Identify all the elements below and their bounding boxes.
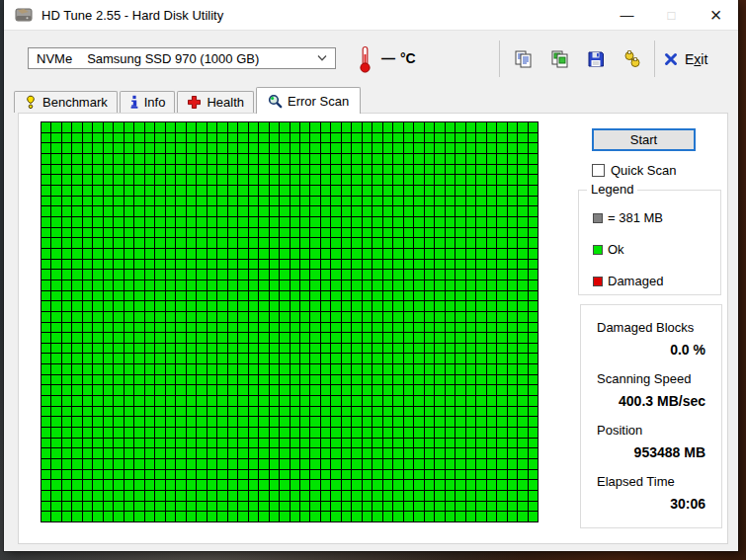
scan-block bbox=[41, 270, 50, 280]
scan-block bbox=[134, 428, 143, 438]
scan-block bbox=[456, 291, 464, 301]
scan-block bbox=[373, 165, 381, 175]
scan-block bbox=[197, 439, 206, 448]
scan-block bbox=[249, 122, 258, 132]
scan-block bbox=[145, 512, 154, 521]
scan-block bbox=[207, 459, 216, 469]
scan-block bbox=[83, 385, 92, 395]
scan-block bbox=[83, 375, 92, 385]
tab-error-scan[interactable]: Error Scan bbox=[256, 87, 361, 114]
scan-block bbox=[363, 165, 372, 175]
scan-block bbox=[41, 428, 50, 438]
scan-block bbox=[487, 270, 496, 280]
scan-block bbox=[310, 217, 319, 227]
quick-scan-checkbox[interactable] bbox=[592, 164, 605, 177]
scan-block bbox=[529, 301, 538, 311]
scan-block bbox=[342, 175, 351, 185]
app-icon bbox=[14, 5, 34, 25]
scan-block bbox=[207, 502, 216, 512]
scan-block bbox=[249, 143, 258, 153]
scan-block bbox=[83, 323, 92, 333]
scan-block bbox=[187, 385, 196, 395]
scan-block bbox=[456, 270, 464, 280]
scan-block bbox=[352, 165, 361, 175]
scan-block bbox=[217, 470, 226, 480]
scan-block bbox=[83, 333, 92, 343]
scan-block bbox=[342, 249, 351, 259]
scan-block bbox=[176, 385, 185, 395]
scan-block bbox=[393, 407, 402, 417]
scan-block bbox=[331, 491, 340, 501]
scan-block bbox=[145, 407, 154, 417]
scan-block bbox=[41, 439, 50, 448]
scan-block bbox=[373, 280, 381, 290]
scan-block bbox=[238, 260, 247, 270]
options-button[interactable] bbox=[618, 44, 647, 74]
scan-block bbox=[290, 291, 299, 301]
scan-block bbox=[508, 428, 517, 438]
scan-block bbox=[331, 417, 340, 427]
close-button[interactable]: × bbox=[694, 0, 738, 30]
scan-block bbox=[352, 480, 361, 490]
scan-block bbox=[363, 228, 372, 238]
scan-block bbox=[476, 197, 485, 206]
scan-block bbox=[176, 491, 185, 501]
scan-block bbox=[331, 228, 340, 238]
copy-text-button[interactable] bbox=[509, 44, 539, 74]
scan-block bbox=[373, 291, 381, 301]
scan-block bbox=[134, 228, 143, 238]
scan-block bbox=[124, 165, 133, 175]
scan-block bbox=[51, 217, 60, 227]
scan-block bbox=[83, 122, 92, 132]
tab-benchmark[interactable]: Benchmark bbox=[14, 91, 118, 113]
scan-block bbox=[446, 396, 455, 406]
scan-block bbox=[414, 417, 423, 427]
scan-block bbox=[404, 323, 413, 333]
tab-info[interactable]: Info bbox=[120, 91, 176, 113]
scan-block bbox=[393, 312, 402, 322]
scan-block bbox=[176, 122, 185, 132]
scan-block bbox=[83, 186, 92, 196]
scan-block bbox=[300, 512, 309, 521]
scan-block bbox=[166, 186, 175, 196]
quick-scan-option[interactable]: Quick Scan bbox=[592, 163, 676, 178]
scan-block bbox=[280, 491, 289, 501]
scan-block bbox=[62, 512, 71, 521]
scan-block bbox=[207, 228, 216, 238]
scan-block bbox=[518, 249, 527, 259]
scan-block bbox=[446, 428, 455, 438]
drive-select-dropdown[interactable]: NVMe Samsung SSD 970 (1000 GB) bbox=[28, 47, 336, 69]
scan-block bbox=[249, 186, 258, 196]
scan-block bbox=[331, 280, 340, 290]
scan-block bbox=[383, 439, 392, 448]
exit-button[interactable]: Exit bbox=[664, 44, 707, 74]
scan-block bbox=[155, 291, 164, 301]
scan-block bbox=[62, 439, 71, 448]
scan-block bbox=[166, 122, 175, 132]
scan-block bbox=[373, 154, 381, 164]
scan-block bbox=[466, 175, 475, 185]
scan-block bbox=[373, 491, 381, 501]
scan-block bbox=[404, 396, 413, 406]
scan-block bbox=[466, 502, 475, 512]
scan-block bbox=[134, 249, 143, 259]
scan-block bbox=[456, 459, 464, 469]
start-button[interactable]: Start bbox=[592, 128, 696, 151]
tabbar: Benchmark Info Health Error Scan bbox=[14, 88, 361, 113]
scan-block bbox=[466, 512, 475, 521]
scan-block bbox=[456, 186, 464, 196]
scan-block bbox=[290, 428, 299, 438]
scan-block bbox=[72, 217, 81, 227]
scan-block bbox=[342, 385, 351, 395]
minimize-button[interactable]: — bbox=[605, 0, 649, 30]
scan-block bbox=[518, 206, 527, 216]
scan-block bbox=[217, 249, 226, 259]
tab-health[interactable]: Health bbox=[177, 91, 254, 113]
scan-block bbox=[145, 323, 154, 333]
scan-block bbox=[270, 396, 279, 406]
scan-block bbox=[166, 333, 175, 343]
save-button[interactable] bbox=[581, 44, 611, 74]
copy-image-button[interactable] bbox=[545, 44, 575, 74]
scan-block bbox=[104, 280, 113, 290]
scan-block bbox=[259, 470, 268, 480]
